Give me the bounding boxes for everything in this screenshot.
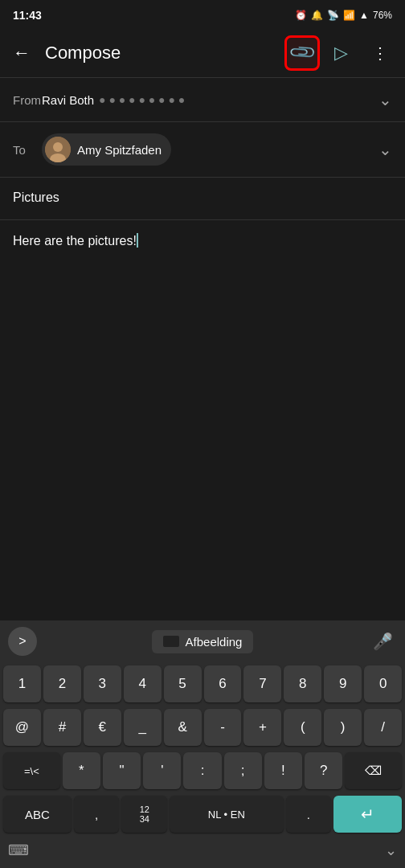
key-doublequote[interactable]: " xyxy=(103,752,141,789)
key-abc-label: ABC xyxy=(25,808,50,821)
to-chevron-icon: ⌄ xyxy=(378,140,392,159)
alarm-icon: ⏰ xyxy=(295,10,307,21)
key-8[interactable]: 8 xyxy=(284,665,321,702)
key-period-label: . xyxy=(307,808,310,821)
key-minus[interactable]: - xyxy=(204,709,242,746)
key-numbers[interactable]: 12 34 xyxy=(121,796,167,833)
key-enter[interactable]: ↵ xyxy=(333,796,402,833)
signal-icon: ▲ xyxy=(359,10,369,21)
recipient-chip[interactable]: Amy Spitzfaden xyxy=(42,133,171,166)
key-abc[interactable]: ABC xyxy=(3,796,72,833)
keyboard-bottom-bar: ⌨ ⌄ xyxy=(0,836,405,868)
battery-label: 76% xyxy=(373,10,392,21)
body-field[interactable]: Here are the pictures! xyxy=(0,220,405,261)
key-6[interactable]: 6 xyxy=(204,665,242,702)
expand-keyboard-button[interactable]: > xyxy=(8,627,37,656)
suggestions-area: Afbeelding xyxy=(43,630,362,653)
more-options-button[interactable]: ⋮ xyxy=(362,35,397,71)
key-euro[interactable]: € xyxy=(84,709,121,746)
key-space[interactable]: NL • EN xyxy=(170,796,283,833)
from-value: Ravi Both ● ● ● ● ● ● ● ● ● xyxy=(42,93,378,107)
recipient-avatar xyxy=(45,137,71,162)
keyboard-emoji-icon[interactable]: ⌨ xyxy=(8,841,29,859)
key-comma[interactable]: , xyxy=(74,796,120,833)
key-plus[interactable]: + xyxy=(243,709,281,746)
key-0[interactable]: 0 xyxy=(364,665,402,702)
suggestion-bar: > Afbeelding 🎤 xyxy=(0,620,405,662)
key-comma-label: , xyxy=(95,808,98,821)
suggestion-text: Afbeelding xyxy=(186,635,243,649)
text-cursor xyxy=(137,233,138,248)
to-field[interactable]: To Amy Spitzfaden ⌄ xyxy=(0,122,405,177)
subject-field[interactable]: Pictures xyxy=(0,178,405,219)
key-close-paren[interactable]: ) xyxy=(324,709,362,746)
body-text: Here are the pictures! xyxy=(13,234,137,248)
key-4[interactable]: 4 xyxy=(124,665,162,702)
status-bar: 11:43 ⏰ 🔔 📡 📶 ▲ 76% xyxy=(0,0,405,29)
expand-icon: > xyxy=(18,634,26,649)
key-hash[interactable]: # xyxy=(43,709,81,746)
to-value: Amy Spitzfaden xyxy=(42,133,378,166)
from-label: From xyxy=(13,93,42,107)
bottom-row: ABC , 12 34 NL • EN . ↵ xyxy=(0,792,405,836)
from-chevron-icon: ⌄ xyxy=(378,90,392,109)
app-bar: ← Compose 📎 ▷ ⋮ xyxy=(0,29,405,77)
key-underscore[interactable]: _ xyxy=(124,709,162,746)
cast-icon: 📡 xyxy=(327,10,339,21)
keyboard: > Afbeelding 🎤 1 2 3 4 5 6 7 8 9 0 @ # €… xyxy=(0,620,405,868)
more-icon: ⋮ xyxy=(372,43,387,63)
key-space-label: NL • EN xyxy=(208,809,245,821)
key-backspace[interactable]: ⌫ xyxy=(345,752,402,789)
key-period[interactable]: . xyxy=(286,796,332,833)
key-ampersand[interactable]: & xyxy=(164,709,202,746)
wifi-icon: 📶 xyxy=(343,10,355,21)
back-button[interactable]: ← xyxy=(8,38,35,68)
key-open-paren[interactable]: ( xyxy=(284,709,321,746)
suggestion-image-thumb xyxy=(163,636,179,647)
compose-title: Compose xyxy=(45,43,275,63)
key-7[interactable]: 7 xyxy=(243,665,281,702)
mic-button[interactable]: 🎤 xyxy=(368,627,397,656)
key-asterisk[interactable]: * xyxy=(63,752,100,789)
mic-icon: 🎤 xyxy=(373,632,393,651)
key-5[interactable]: 5 xyxy=(164,665,202,702)
key-enter-label: ↵ xyxy=(361,805,374,824)
suggestion-afbeelding[interactable]: Afbeelding xyxy=(152,630,254,653)
key-singlequote[interactable]: ' xyxy=(143,752,181,789)
recipient-name: Amy Spitzfaden xyxy=(77,143,162,157)
svg-point-1 xyxy=(53,142,63,152)
app-bar-actions: 📎 ▷ ⋮ xyxy=(284,35,397,71)
key-question[interactable]: ? xyxy=(305,752,342,789)
back-icon: ← xyxy=(13,43,31,63)
symbol-row-1: @ # € _ & - + ( ) / xyxy=(0,706,405,749)
key-2[interactable]: 2 xyxy=(43,665,81,702)
key-slash[interactable]: / xyxy=(364,709,402,746)
number-row: 1 2 3 4 5 6 7 8 9 0 xyxy=(0,662,405,706)
key-at[interactable]: @ xyxy=(3,709,41,746)
key-semicolon[interactable]: ; xyxy=(224,752,262,789)
send-icon: ▷ xyxy=(334,43,348,63)
attach-icon: 📎 xyxy=(287,38,317,68)
to-label: To xyxy=(13,143,42,157)
subject-text: Pictures xyxy=(13,190,59,204)
notification-icon: 🔔 xyxy=(311,10,323,21)
sender-email: ● ● ● ● ● ● ● ● ● xyxy=(99,93,185,106)
symbol-row-2: =\< * " ' : ; ! ? ⌫ xyxy=(0,749,405,792)
from-field[interactable]: From Ravi Both ● ● ● ● ● ● ● ● ● ⌄ xyxy=(0,78,405,121)
send-button[interactable]: ▷ xyxy=(323,35,358,71)
key-symbols-toggle[interactable]: =\< xyxy=(3,752,60,789)
sender-name: Ravi Both xyxy=(42,93,94,107)
status-time: 11:43 xyxy=(13,9,42,22)
keyboard-hide-icon[interactable]: ⌄ xyxy=(385,841,397,859)
attach-button[interactable]: 📎 xyxy=(284,35,320,71)
key-9[interactable]: 9 xyxy=(324,665,362,702)
key-3[interactable]: 3 xyxy=(84,665,121,702)
key-1[interactable]: 1 xyxy=(3,665,41,702)
key-colon[interactable]: : xyxy=(183,752,221,789)
status-icons: ⏰ 🔔 📡 📶 ▲ 76% xyxy=(295,10,392,21)
key-exclamation[interactable]: ! xyxy=(264,752,302,789)
